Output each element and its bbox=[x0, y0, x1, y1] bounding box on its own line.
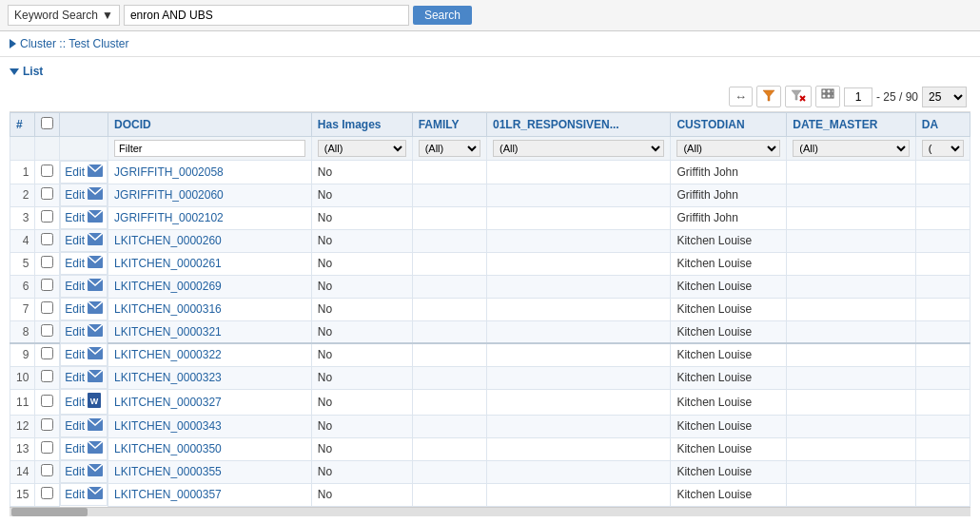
select-all-checkbox[interactable] bbox=[41, 117, 53, 129]
edit-link[interactable]: Edit bbox=[65, 442, 85, 455]
column-chooser-button[interactable] bbox=[815, 86, 840, 107]
has-images-filter-select[interactable]: (All)YesNo bbox=[318, 140, 406, 157]
filter-button[interactable] bbox=[756, 86, 781, 107]
row-checkbox[interactable] bbox=[41, 370, 53, 382]
docid-cell[interactable]: JGRIFFITH_0002060 bbox=[108, 184, 312, 206]
search-type-dropdown[interactable]: Keyword Search ▼ bbox=[8, 5, 120, 26]
docid-link[interactable]: LKITCHEN_0000357 bbox=[114, 488, 222, 501]
edit-link[interactable]: Edit bbox=[65, 302, 85, 316]
row-checkbox-cell[interactable] bbox=[35, 320, 60, 343]
edit-link[interactable]: Edit bbox=[65, 465, 85, 478]
docid-cell[interactable]: LKITCHEN_0000323 bbox=[108, 366, 312, 389]
row-checkbox[interactable] bbox=[41, 256, 53, 268]
row-checkbox[interactable] bbox=[41, 418, 53, 431]
row-checkbox-cell[interactable] bbox=[35, 415, 60, 437]
docid-link[interactable]: JGRIFFITH_0002060 bbox=[114, 188, 224, 202]
edit-link[interactable]: Edit bbox=[65, 419, 85, 433]
da-filter-select[interactable]: ( bbox=[922, 140, 964, 157]
docid-link[interactable]: LKITCHEN_0000261 bbox=[114, 257, 222, 270]
row-checkbox-cell[interactable] bbox=[35, 389, 60, 415]
row-checkbox-cell[interactable] bbox=[35, 229, 60, 252]
fit-columns-button[interactable]: ↔ bbox=[729, 87, 753, 107]
row-checkbox[interactable] bbox=[41, 464, 53, 476]
docid-cell[interactable]: LKITCHEN_0000261 bbox=[108, 252, 312, 275]
docid-link[interactable]: LKITCHEN_0000355 bbox=[114, 465, 222, 478]
docid-link[interactable]: LKITCHEN_0000327 bbox=[114, 396, 222, 409]
docid-link[interactable]: LKITCHEN_0000350 bbox=[114, 442, 222, 455]
docid-cell[interactable]: LKITCHEN_0000316 bbox=[108, 298, 312, 320]
edit-link[interactable]: Edit bbox=[65, 280, 85, 293]
docid-cell[interactable]: LKITCHEN_0000355 bbox=[108, 460, 312, 483]
clear-filter-button[interactable] bbox=[785, 86, 812, 107]
per-page-select[interactable]: 25 10 50 100 bbox=[922, 87, 967, 107]
docid-cell[interactable]: LKITCHEN_0000321 bbox=[108, 320, 312, 343]
docid-filter-input[interactable] bbox=[114, 140, 305, 157]
col-header-custodian[interactable]: CUSTODIAN bbox=[671, 113, 787, 137]
docid-link[interactable]: LKITCHEN_0000269 bbox=[114, 280, 222, 293]
row-checkbox-cell[interactable] bbox=[35, 184, 60, 206]
docid-cell[interactable]: LKITCHEN_0000269 bbox=[108, 275, 312, 298]
row-checkbox[interactable] bbox=[41, 187, 53, 200]
docid-cell[interactable]: LKITCHEN_0000357 bbox=[108, 483, 312, 506]
row-checkbox[interactable] bbox=[41, 487, 53, 499]
edit-link[interactable]: Edit bbox=[65, 188, 85, 202]
row-checkbox[interactable] bbox=[41, 441, 53, 454]
row-checkbox-cell[interactable] bbox=[35, 275, 60, 298]
row-checkbox[interactable] bbox=[41, 395, 53, 407]
family-filter-select[interactable]: (All) bbox=[419, 140, 480, 157]
col-header-date-master[interactable]: DATE_MASTER bbox=[787, 113, 916, 137]
edit-link[interactable]: Edit bbox=[65, 371, 85, 384]
row-checkbox[interactable] bbox=[41, 165, 53, 177]
row-checkbox[interactable] bbox=[41, 301, 53, 314]
horizontal-scrollbar[interactable] bbox=[10, 507, 970, 516]
filter-custodian-cell[interactable]: (All) bbox=[671, 137, 787, 161]
filter-date-master-cell[interactable]: (All) bbox=[787, 137, 916, 161]
edit-link[interactable]: Edit bbox=[65, 488, 85, 501]
row-checkbox-cell[interactable] bbox=[35, 161, 60, 184]
row-checkbox[interactable] bbox=[41, 279, 53, 291]
col-header-da[interactable]: DA bbox=[915, 113, 970, 137]
filter-family-cell[interactable]: (All) bbox=[412, 137, 486, 161]
col-header-family[interactable]: FAMILY bbox=[412, 113, 486, 137]
edit-link[interactable]: Edit bbox=[65, 234, 85, 247]
search-input[interactable] bbox=[124, 5, 409, 26]
docid-cell[interactable]: JGRIFFITH_0002102 bbox=[108, 206, 312, 229]
filter-da-cell[interactable]: ( bbox=[915, 137, 970, 161]
docid-cell[interactable]: LKITCHEN_0000350 bbox=[108, 437, 312, 460]
filter-responsiveness-cell[interactable]: (All) bbox=[486, 137, 670, 161]
row-checkbox[interactable] bbox=[41, 347, 53, 359]
col-header-checkbox[interactable] bbox=[35, 113, 60, 137]
row-checkbox-cell[interactable] bbox=[35, 460, 60, 483]
search-button[interactable]: Search bbox=[413, 6, 472, 25]
row-checkbox[interactable] bbox=[41, 210, 53, 223]
edit-link[interactable]: Edit bbox=[65, 211, 85, 224]
col-header-docid[interactable]: DOCID bbox=[108, 113, 312, 137]
docid-cell[interactable]: LKITCHEN_0000343 bbox=[108, 415, 312, 437]
list-toggle[interactable]: List bbox=[10, 61, 970, 82]
row-checkbox[interactable] bbox=[41, 324, 53, 337]
docid-link[interactable]: LKITCHEN_0000260 bbox=[114, 234, 222, 247]
row-checkbox-cell[interactable] bbox=[35, 206, 60, 229]
docid-cell[interactable]: LKITCHEN_0000322 bbox=[108, 343, 312, 366]
docid-link[interactable]: LKITCHEN_0000316 bbox=[114, 302, 222, 316]
row-checkbox-cell[interactable] bbox=[35, 366, 60, 389]
edit-link[interactable]: Edit bbox=[65, 396, 85, 409]
docid-link[interactable]: LKITCHEN_0000321 bbox=[114, 325, 222, 339]
filter-docid-cell[interactable] bbox=[108, 137, 312, 161]
edit-link[interactable]: Edit bbox=[65, 325, 85, 339]
edit-link[interactable]: Edit bbox=[65, 257, 85, 270]
docid-cell[interactable]: LKITCHEN_0000327 bbox=[108, 389, 312, 415]
docid-link[interactable]: JGRIFFITH_0002102 bbox=[114, 211, 224, 224]
row-checkbox[interactable] bbox=[41, 233, 53, 245]
row-checkbox-cell[interactable] bbox=[35, 252, 60, 275]
edit-link[interactable]: Edit bbox=[65, 348, 85, 361]
responsiveness-filter-select[interactable]: (All) bbox=[493, 140, 664, 157]
page-number-input[interactable] bbox=[844, 87, 872, 107]
custodian-filter-select[interactable]: (All) bbox=[676, 140, 780, 157]
row-checkbox-cell[interactable] bbox=[35, 343, 60, 366]
scrollbar-thumb[interactable] bbox=[11, 508, 88, 516]
docid-link[interactable]: JGRIFFITH_0002058 bbox=[114, 165, 224, 179]
docid-cell[interactable]: JGRIFFITH_0002058 bbox=[108, 161, 312, 184]
date-master-filter-select[interactable]: (All) bbox=[793, 140, 910, 157]
edit-link[interactable]: Edit bbox=[65, 165, 85, 179]
